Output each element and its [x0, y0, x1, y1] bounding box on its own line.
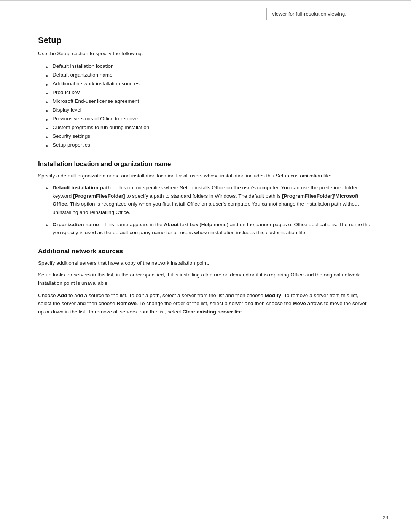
- additional-network-para1: Specify additional servers that have a c…: [38, 259, 373, 267]
- item1-text2: to specify a path to standard folders in…: [125, 193, 282, 199]
- para3-bold2: Modify: [265, 292, 282, 298]
- list-item: Default organization name: [46, 71, 373, 80]
- para3-bold1: Add: [57, 292, 67, 298]
- list-item: Product key: [46, 88, 373, 97]
- item2-bold2: Help: [201, 222, 212, 227]
- list-item: Display level: [46, 106, 373, 115]
- list-item: Previous versions of Office to remove: [46, 115, 373, 123]
- list-item: Setup properties: [46, 141, 373, 150]
- installation-location-intro: Specify a default organization name and …: [38, 172, 373, 180]
- list-item: Custom programs to run during installati…: [46, 123, 373, 132]
- setup-title: Setup: [38, 35, 373, 45]
- para3-start: Choose: [38, 292, 57, 298]
- item2-bold1: About: [164, 222, 178, 227]
- list-item: Organization name – This name appears in…: [46, 220, 373, 237]
- item1-bold1: [ProgramFilesFolder]: [73, 193, 125, 199]
- page-container: viewer for full-resolution viewing. Setu…: [0, 0, 411, 532]
- setup-bullet-list: Default installation location Default or…: [46, 62, 373, 149]
- list-item: Default installation path – This option …: [46, 184, 373, 216]
- installation-location-title: Installation location and organization n…: [38, 160, 373, 168]
- para3-end: .: [242, 309, 244, 315]
- additional-network-para3: Choose Add to add a source to the list. …: [38, 291, 373, 316]
- list-item: Security settings: [46, 132, 373, 141]
- para3-mid1: to add a source to the list. To edit a p…: [67, 292, 265, 298]
- installation-detail-list: Default installation path – This option …: [46, 184, 373, 237]
- para3-bold5: Clear existing server list: [182, 309, 242, 315]
- content-area: Setup Use the Setup section to specify t…: [0, 20, 411, 342]
- item1-label: Default installation path: [53, 185, 111, 190]
- additional-network-title: Additional network sources: [38, 248, 373, 255]
- list-item: Default installation location: [46, 62, 373, 71]
- item2-label: Organization name: [53, 222, 99, 227]
- header-cell: viewer for full-resolution viewing.: [266, 8, 388, 20]
- item2-text2: text box (: [178, 222, 201, 227]
- para3-bold4: Move: [293, 300, 306, 306]
- item1-text3: . This option is recognized only when yo…: [53, 201, 359, 215]
- para3-bold3: Remove: [116, 300, 137, 306]
- header-cell-text: viewer for full-resolution viewing.: [272, 11, 346, 17]
- page-number: 28: [383, 515, 388, 521]
- list-item: Microsoft End-user license agreement: [46, 97, 373, 106]
- setup-intro: Use the Setup section to specify the fol…: [38, 50, 373, 58]
- list-item: Additional network installation sources: [46, 80, 373, 88]
- para3-mid3: . To change the order of the list, selec…: [137, 300, 293, 306]
- additional-network-para2: Setup looks for servers in this list, in…: [38, 271, 373, 287]
- header-table-area: viewer for full-resolution viewing.: [0, 1, 411, 20]
- item2-text1: – This name appears in the: [99, 222, 164, 227]
